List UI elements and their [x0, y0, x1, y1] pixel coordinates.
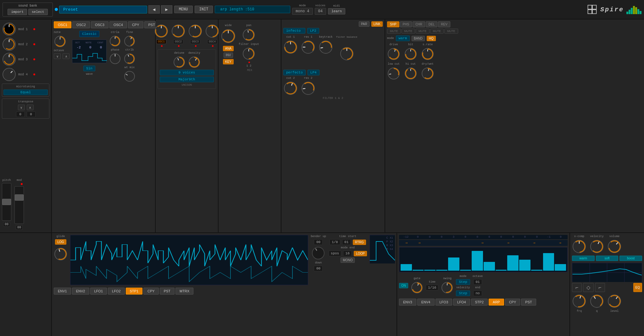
osc2-tab[interactable]: OSC2 [72, 21, 90, 28]
lfo1-tab[interactable]: LFO1 [90, 288, 107, 295]
lfo2-tab[interactable]: LFO2 [108, 288, 125, 295]
lfo4-tab[interactable]: LFO4 [453, 299, 470, 306]
arp-bar-6[interactable] [460, 270, 471, 271]
par-button[interactable]: PAR [359, 21, 369, 27]
filter2-mode[interactable]: LP4 [308, 70, 319, 75]
midi-learn-button[interactable]: learn [328, 8, 345, 14]
velocity-knob[interactable] [590, 239, 604, 254]
key-button[interactable]: KEY [223, 59, 234, 64]
mod-slider[interactable] [14, 186, 24, 224]
swing-knob[interactable] [441, 281, 453, 294]
loop-button[interactable]: LOOP [354, 251, 367, 256]
import-button[interactable]: import [8, 9, 27, 15]
filter1-mode[interactable]: LP2 [307, 28, 319, 34]
density-knob[interactable] [188, 56, 201, 68]
lowcut-knob[interactable] [387, 67, 400, 80]
bit-knob[interactable] [404, 47, 417, 61]
unison-chord-display[interactable]: Major9th [160, 77, 214, 82]
arp-display[interactable]: arp length :510 [215, 6, 290, 13]
osc1-tab[interactable]: OSC1 [54, 21, 71, 28]
osc3-tab[interactable]: OSC3 [91, 21, 108, 28]
rtrg-button[interactable]: RTRG [353, 240, 366, 245]
arp-bar-7[interactable] [472, 251, 483, 271]
pan-knob[interactable] [242, 28, 255, 41]
transpose-val2[interactable]: 0 [27, 111, 36, 117]
mute2-button[interactable]: MUTE [402, 29, 415, 34]
filter-balance-knob[interactable] [340, 40, 354, 68]
unison-mode-display[interactable]: 9 voices [160, 70, 214, 75]
hq-button[interactable]: HQ [427, 36, 436, 41]
res1-knob[interactable] [301, 40, 315, 54]
microtuning-value[interactable]: Equal [3, 89, 48, 95]
osc4-level-knob[interactable] [205, 24, 219, 38]
bender-knob[interactable] [311, 246, 325, 260]
arp-vel-value[interactable]: Step [456, 290, 470, 296]
osc-cpy-tab[interactable]: CPY [128, 21, 143, 28]
arp-end-value[interactable]: no [473, 290, 482, 296]
gate-knob[interactable] [411, 281, 423, 294]
mode-value[interactable]: mono 4 [292, 8, 313, 15]
env3-tab[interactable]: ENV3 [399, 299, 416, 306]
phs-tab[interactable]: PHS [400, 21, 412, 27]
stp1-tab[interactable]: STP1 [126, 288, 143, 295]
osc3-level-knob[interactable] [188, 24, 203, 38]
frq-knob[interactable] [572, 294, 586, 308]
del-tab[interactable]: DEL [426, 21, 437, 27]
mute1-button[interactable]: MUTE [387, 29, 401, 34]
log-button[interactable]: LOG [55, 239, 66, 245]
preset-prev-button[interactable]: ◄ [148, 5, 160, 14]
detune-knob[interactable] [173, 56, 186, 68]
link-button[interactable]: LINK [371, 21, 383, 27]
arp-bar-10[interactable] [507, 255, 519, 271]
bender-up-val[interactable]: 00 [314, 239, 323, 245]
start-value[interactable]: 01 [342, 239, 351, 245]
mono-button[interactable]: MONO [341, 257, 355, 263]
arp-bar-14[interactable] [555, 264, 566, 271]
env4-tab[interactable]: ENV4 [417, 299, 435, 306]
arp-cpy-tab[interactable]: CPY [505, 299, 520, 306]
soft-button[interactable]: soft [596, 256, 619, 261]
transpose-up-button[interactable]: ∧ [27, 105, 34, 110]
ana-button[interactable]: ANA [223, 46, 234, 51]
sin-display[interactable]: Sin [83, 66, 95, 71]
pitch-slider[interactable] [2, 183, 11, 221]
res2-knob[interactable] [301, 81, 315, 95]
arp-octave-value[interactable]: 01 [473, 279, 482, 285]
init-button[interactable]: INIT [195, 6, 213, 13]
env1-tab[interactable]: ENV1 [54, 288, 71, 295]
select-button[interactable]: select [28, 9, 48, 15]
env-pst-tab[interactable]: PST [160, 288, 175, 295]
keytrack-knob[interactable] [319, 40, 333, 54]
lfo3-tab[interactable]: LFO3 [436, 299, 452, 306]
env-cpy-tab[interactable]: CPY [143, 288, 159, 295]
bender-down-val[interactable]: 00 [314, 266, 323, 271]
boost-button[interactable]: boost [619, 256, 642, 261]
arp-mode-value[interactable]: Step [456, 279, 470, 285]
warm-button[interactable]: warm [572, 256, 595, 261]
mod1-knob[interactable] [2, 22, 16, 36]
fine-knob[interactable] [124, 35, 136, 47]
arp-bar-4[interactable] [436, 270, 447, 271]
arp-bar-12[interactable] [531, 270, 542, 271]
arp-bar-11[interactable] [519, 260, 530, 271]
filter-input-knob[interactable] [242, 47, 255, 60]
note-knob[interactable] [54, 35, 66, 48]
eq-shape1-button[interactable]: ⌐ [572, 283, 582, 292]
arp-bar-3[interactable] [424, 270, 436, 271]
q-knob[interactable] [590, 294, 604, 308]
arp-bar-13[interactable] [543, 253, 554, 271]
arp-on-button[interactable]: ON [399, 283, 408, 288]
stp2-tab[interactable]: STP2 [471, 299, 488, 306]
wide-knob[interactable] [220, 28, 236, 44]
arp-bar-5[interactable] [448, 257, 459, 271]
arp-bar-8[interactable] [484, 262, 495, 271]
wtmix-knob[interactable] [124, 70, 136, 82]
env-mode-value[interactable]: spos [329, 251, 341, 256]
filter1-type[interactable]: infecto [283, 28, 305, 34]
glide-knob[interactable] [54, 247, 68, 261]
arp-bar-1[interactable] [401, 264, 412, 271]
fx-warm-display[interactable]: warm [396, 35, 410, 41]
transpose-down-button[interactable]: ∨ [18, 105, 25, 110]
volume-knob[interactable] [607, 239, 622, 254]
hicut-knob[interactable] [404, 67, 417, 80]
